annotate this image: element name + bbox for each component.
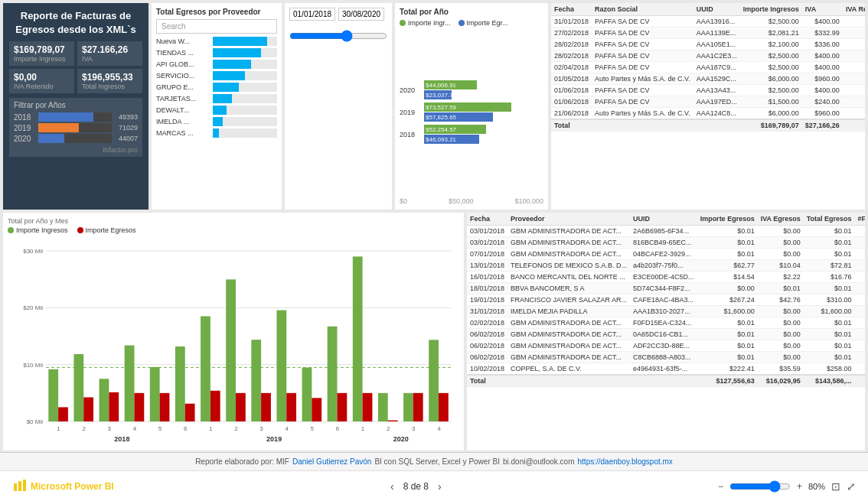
table-cell: $0.00 xyxy=(843,50,865,62)
table-row[interactable]: 01/05/2018Auto Partes y Más S.A. de C.V.… xyxy=(551,73,865,85)
filter-row-2020[interactable]: 2020 44007 xyxy=(14,134,138,143)
ingresos-table-scroll[interactable]: FechaRazon SocialUUIDImporte IngresosIVA… xyxy=(551,3,865,210)
provider-item[interactable]: API GLOB... xyxy=(156,60,277,69)
ingresos-table-card: FechaRazon SocialUUIDImporte IngresosIVA… xyxy=(551,3,865,210)
table-row[interactable]: 02/02/2018GBM ADMINISTRADORA DE ACT...F0… xyxy=(467,317,865,329)
svg-rect-17 xyxy=(150,367,160,421)
total-cell: Total xyxy=(467,375,507,387)
table-cell: 27/02/2018 xyxy=(551,28,592,39)
table-cell: Auto Partes y Más S.A. de C.V. xyxy=(592,73,693,85)
provider-item[interactable]: Nueva W... xyxy=(156,37,277,46)
column-header: Fecha xyxy=(467,213,507,226)
svg-rect-24 xyxy=(236,393,246,421)
start-date-input[interactable] xyxy=(289,8,335,21)
provider-item[interactable]: TARJETAS... xyxy=(156,94,277,103)
footer-blog[interactable]: https://daenboy.blogspot.mx xyxy=(578,457,673,466)
next-page-button[interactable]: › xyxy=(438,480,442,493)
table-row[interactable]: 03/01/2018GBM ADMINISTRADORA DE ACT...2A… xyxy=(467,226,865,237)
column-header: Fecha xyxy=(551,3,592,16)
table-row[interactable]: 10/02/2018COPPEL, S.A. DE C.V.e4964931-6… xyxy=(467,363,865,376)
provider-item[interactable]: IMELDA ... xyxy=(156,117,277,126)
table-cell: $6,000.00 xyxy=(740,73,802,85)
footer-text: Reporte elaborado por: MIF xyxy=(195,457,289,466)
table-cell: $2,500.00 xyxy=(740,85,802,96)
table-row[interactable]: 13/01/2018TELEFONOS DE MEXICO S.A.B. D..… xyxy=(467,260,865,272)
table-cell: 1 xyxy=(855,260,865,272)
provider-bar xyxy=(213,48,261,57)
svg-rect-31 xyxy=(328,327,338,421)
filter-row-2018[interactable]: 2018 49393 xyxy=(14,112,138,122)
table-row[interactable]: 01/06/2018PAFFA SA DE CVAAA197ED...$1,50… xyxy=(551,96,865,108)
table-row[interactable]: 07/01/2018GBM ADMINISTRADORA DE ACT...04… xyxy=(467,249,865,260)
table-row[interactable]: 27/02/2018PAFFA SA DE CVAAA1139E...$2,08… xyxy=(551,28,865,39)
total-cell: $27,166,26 xyxy=(802,119,843,132)
fullscreen-icon[interactable]: ⤢ xyxy=(847,480,856,493)
table-row[interactable]: 21/06/2018Auto Partes y Más S.A. de C.V.… xyxy=(551,108,865,120)
provider-bar xyxy=(213,129,219,138)
table-cell: $0.01 xyxy=(804,340,855,352)
table-row[interactable]: 18/01/2018BBVA BANCOMER, S A5D74C344-F8F… xyxy=(467,283,865,294)
table-cell: GBM ADMINISTRADORA DE ACT... xyxy=(507,352,630,363)
provider-list: Nueva W... TIENDAS ... API GLOB... SERVI… xyxy=(156,37,277,205)
prev-page-button[interactable]: ‹ xyxy=(390,480,394,493)
provider-item[interactable]: SERVICIO... xyxy=(156,71,277,80)
table-cell: $0.01 xyxy=(804,283,855,294)
search-input[interactable] xyxy=(156,19,277,34)
column-header: Total Egresos xyxy=(804,213,855,226)
egresos-table-scroll[interactable]: FechaProveedorUUIDImporte EgresosIVA Egr… xyxy=(467,213,865,451)
table-row[interactable]: 16/01/2018BANCO MERCANTIL DEL NORTE ...E… xyxy=(467,272,865,283)
end-date-input[interactable] xyxy=(338,8,384,21)
table-cell: 1 xyxy=(855,226,865,237)
table-row[interactable]: 06/02/2018GBM ADMINISTRADORA DE ACT...C8… xyxy=(467,352,865,363)
table-cell: $0.01 xyxy=(697,226,758,237)
filter-row-2019[interactable]: 2019 71029 xyxy=(14,123,138,132)
table-row[interactable]: 06/02/2018GBM ADMINISTRADORA DE ACT...0A… xyxy=(467,329,865,340)
zoom-minus[interactable]: − xyxy=(718,481,723,492)
provider-bar xyxy=(213,117,223,126)
total-cell: $16,029,95 xyxy=(758,375,804,387)
svg-text:2: 2 xyxy=(82,425,86,432)
table-row[interactable]: 31/01/2018PAFFA SA DE CVAAA13916...$2,50… xyxy=(551,16,865,28)
table-cell: E3CE00DE-4C5D... xyxy=(630,272,697,283)
provider-name: DEWALT... xyxy=(156,106,210,114)
zoom-slider[interactable] xyxy=(729,480,791,493)
chart-title: Total por Año y Mes xyxy=(8,217,459,225)
table-cell: TELEFONOS DE MEXICO S.A.B. D... xyxy=(507,260,630,272)
date-range-slider[interactable] xyxy=(289,30,387,42)
year-bar-ingresos: $73,527.59 xyxy=(424,102,511,112)
total-ingresos-value: $196,955,33 xyxy=(82,72,138,83)
table-cell: 21/06/2018 xyxy=(551,108,592,120)
year-chart-x-axis: $0$50,000$100,000 xyxy=(400,197,543,205)
provider-item[interactable]: DEWALT... xyxy=(156,106,277,115)
bottom-section: Total por Año y Mes Importe Ingresos Imp… xyxy=(3,213,865,451)
powerbi-link[interactable]: Microsoft Power BI xyxy=(12,479,114,494)
table-row[interactable]: 03/01/2018GBM ADMINISTRADORA DE ACT...81… xyxy=(467,237,865,249)
filter-year-2020: 2020 xyxy=(14,135,35,143)
table-row[interactable]: 31/01/2018IMELDA MEJIA PADILLAAAA1B310-2… xyxy=(467,306,865,317)
provider-item[interactable]: MARCAS ... xyxy=(156,129,277,138)
svg-text:$10 Mil: $10 Mil xyxy=(23,362,43,369)
fit-page-icon[interactable]: ⊡ xyxy=(831,480,840,493)
provider-item[interactable]: TIENDAS ... xyxy=(156,48,277,57)
egresos-table-card: FechaProveedorUUIDImporte EgresosIVA Egr… xyxy=(467,213,865,451)
table-row[interactable]: 02/04/2018PAFFA SA DE CVAAA187C9...$2,50… xyxy=(551,62,865,73)
footer-author[interactable]: Daniel Gutierrez Pavón xyxy=(292,457,371,466)
provider-bar-wrap xyxy=(213,37,277,46)
filter-count-2018: 49393 xyxy=(115,113,138,121)
table-row[interactable]: 19/01/2018FRANCISCO JAVIER SALAZAR AR...… xyxy=(467,294,865,306)
chart-legend-dot-ingresos xyxy=(8,227,14,233)
table-cell: $0.00 xyxy=(843,96,865,108)
svg-text:2020: 2020 xyxy=(393,435,409,443)
provider-item[interactable]: GRUPO E... xyxy=(156,83,277,92)
table-row[interactable]: 01/06/2018PAFFA SA DE CVAAA13A43...$2,50… xyxy=(551,85,865,96)
table-row[interactable]: 28/02/2018PAFFA SA DE CVAAA105E1...$2,10… xyxy=(551,39,865,50)
filter-year-2018: 2018 xyxy=(14,113,35,122)
year-bar-group: $44,006.91 $23,037.76 xyxy=(424,80,543,99)
table-row[interactable]: 28/02/2018PAFFA SA DE CVAAA1C2E3...$2,50… xyxy=(551,50,865,62)
table-row[interactable]: 06/02/2018GBM ADMINISTRADORA DE ACT...AD… xyxy=(467,340,865,352)
svg-rect-15 xyxy=(125,346,135,421)
filter-bar-2020 xyxy=(38,134,64,143)
table-cell: AAA13916... xyxy=(693,16,740,28)
stat-total-ingresos: $196,955,33 Total Ingresos xyxy=(77,69,142,93)
zoom-plus[interactable]: + xyxy=(797,481,802,492)
